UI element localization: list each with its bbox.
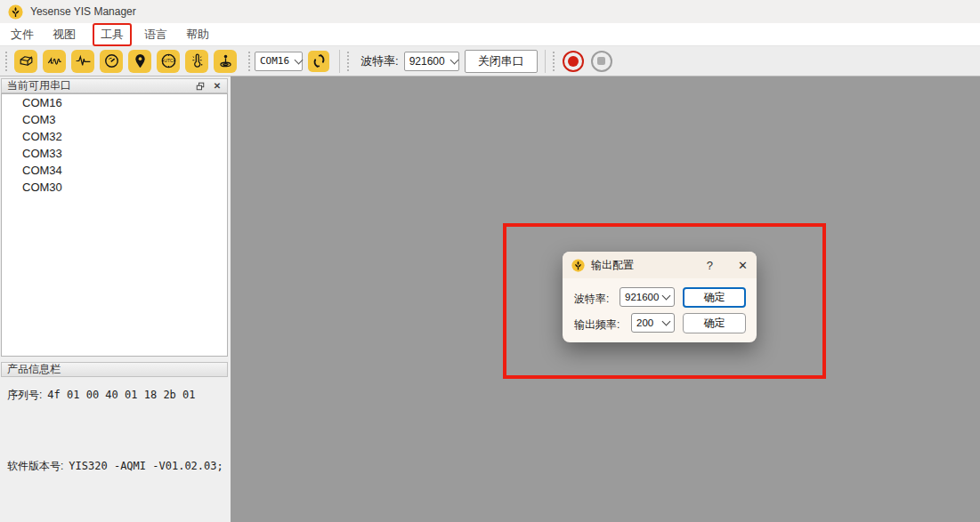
toolbar-separator [339, 50, 340, 73]
toolbar-separator [545, 50, 546, 73]
serial-number-line: 序列号:4f 01 00 40 01 18 2b 01 [7, 388, 196, 403]
refresh-icon [311, 52, 328, 69]
list-item-port[interactable]: COM32 [2, 128, 227, 145]
dialog-baud-value: 921600 [625, 292, 659, 302]
gauge-button[interactable] [100, 50, 123, 73]
stop-icon [597, 57, 605, 65]
location-button[interactable] [128, 50, 151, 73]
utc-clock-icon: UTC [160, 52, 177, 69]
chevron-down-icon [662, 292, 671, 301]
serial-number-label: 序列号: [7, 389, 42, 401]
list-item-port[interactable]: COM3 [2, 111, 227, 128]
menu-file[interactable]: 文件 [3, 24, 42, 45]
dialog-freq-label: 输出频率: [574, 317, 620, 333]
gauge-icon [103, 52, 120, 69]
magnetic-pin-icon [217, 52, 234, 69]
float-icon [195, 81, 206, 92]
list-item-port[interactable]: COM33 [2, 145, 227, 162]
tool-bar: UTC COM16 [0, 46, 980, 76]
serial-ports-panel-title: 当前可用串口 [7, 78, 71, 93]
chevron-down-icon [450, 55, 458, 64]
dialog-close-button[interactable]: ✕ [738, 259, 748, 272]
attitude-wave-button[interactable] [43, 50, 66, 73]
baud-rate-value: 921600 [409, 55, 445, 68]
dialog-baud-select[interactable]: 921600 [620, 287, 675, 307]
software-version-line: 软件版本号:YIS320 -AQMI -V01.02.03; [7, 459, 223, 474]
dialog-freq-select[interactable]: 200 [631, 313, 675, 333]
dialog-title-bar: 输出配置 ? ✕ [563, 252, 757, 278]
record-icon [568, 56, 579, 67]
yesense-logo-icon [8, 4, 23, 20]
dialog-freq-confirm-button[interactable]: 确定 [683, 313, 746, 333]
menu-tools[interactable]: 工具 [93, 23, 132, 46]
baud-rate-select[interactable]: 921600 [404, 52, 459, 71]
software-version-value: YIS320 -AQMI -V01.02.03; [69, 460, 223, 472]
menu-help[interactable]: 帮助 [178, 24, 217, 45]
main-workspace: 输出配置 ? ✕ 波特率: 921600 确定 输出频率: 200 确定 [231, 76, 980, 522]
magnetic-pin-button[interactable] [214, 50, 237, 73]
list-item-port[interactable]: COM34 [2, 162, 227, 179]
menu-language[interactable]: 语言 [136, 24, 175, 45]
window-title: Yesense YIS Manager [30, 5, 136, 18]
port-select-value: COM16 [260, 55, 289, 67]
list-item-port[interactable]: COM16 [2, 94, 227, 111]
dialog-help-button[interactable]: ? [707, 259, 725, 272]
toolbar-drag-handle[interactable] [248, 52, 250, 71]
utc-time-button[interactable]: UTC [157, 50, 180, 73]
dialog-baud-label: 波特率: [574, 292, 609, 307]
product-info-panel-header: 产品信息栏 [1, 362, 228, 377]
yesense-logo-icon [571, 259, 585, 272]
close-panel-button[interactable]: ✕ [210, 80, 224, 92]
temperature-button[interactable] [185, 50, 208, 73]
baud-rate-label: 波特率: [360, 53, 399, 69]
dialog-freq-value: 200 [636, 317, 653, 328]
serial-number-value: 4f 01 00 40 01 18 2b 01 [47, 389, 195, 401]
software-version-label: 软件版本号: [7, 460, 63, 472]
refresh-ports-button[interactable] [308, 51, 329, 72]
svg-text:UTC: UTC [164, 58, 174, 63]
attitude-wave-icon [46, 52, 63, 69]
menu-view[interactable]: 视图 [45, 24, 84, 45]
serial-port-list: COM16 COM3 COM32 COM33 COM34 COM30 [1, 93, 228, 357]
menu-bar: 文件 视图 工具 语言 帮助 [0, 23, 980, 46]
dialog-baud-confirm-button[interactable]: 确定 [683, 287, 746, 308]
cube-button[interactable] [14, 50, 37, 73]
app-window: Yesense YIS Manager 文件 视图 工具 语言 帮助 [0, 0, 980, 522]
vibration-wave-icon [75, 52, 92, 69]
toolbar-drag-handle[interactable] [553, 52, 555, 71]
float-panel-button[interactable] [193, 80, 207, 92]
thermometer-icon [189, 52, 206, 69]
left-dock: 当前可用串口 ✕ COM16 COM3 COM32 COM33 COM34 CO… [0, 76, 231, 522]
cube-icon [18, 52, 35, 69]
output-config-dialog: 输出配置 ? ✕ 波特率: 921600 确定 输出频率: 200 确定 [563, 252, 757, 342]
product-info-panel-title: 产品信息栏 [7, 362, 61, 377]
stop-button[interactable] [591, 51, 612, 72]
vibration-wave-button[interactable] [71, 50, 94, 73]
chevron-down-icon [295, 55, 304, 64]
location-pin-icon [132, 52, 149, 69]
toolbar-drag-handle[interactable] [347, 52, 349, 71]
list-item-port[interactable]: COM30 [2, 179, 227, 196]
toolbar-drag-handle[interactable] [5, 52, 7, 71]
chevron-down-icon [662, 317, 671, 326]
port-select[interactable]: COM16 [255, 52, 303, 71]
close-serial-port-button[interactable]: 关闭串口 [465, 50, 538, 73]
serial-ports-panel-header: 当前可用串口 ✕ [1, 78, 228, 93]
title-bar: Yesense YIS Manager [0, 0, 980, 23]
dialog-title: 输出配置 [591, 258, 707, 273]
record-button[interactable] [563, 51, 584, 72]
